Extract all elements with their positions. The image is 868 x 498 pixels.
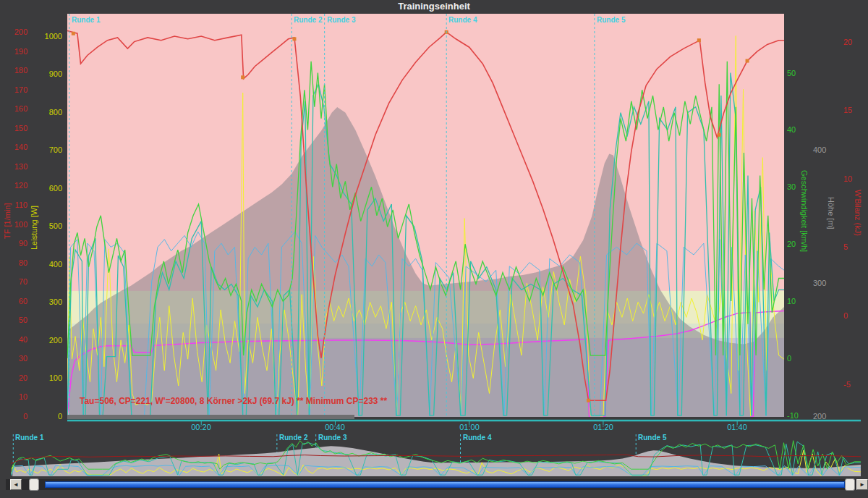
tf-tick-label: 80	[4, 258, 27, 267]
tf-tick-label: 170	[4, 85, 27, 94]
tf-tick-label: 50	[4, 316, 27, 324]
pw-tick-label: 600	[36, 184, 62, 193]
al-tick-label: 400	[813, 145, 838, 154]
tf-tick-label: 190	[4, 47, 27, 56]
round-label-main-2: Runde 2	[294, 16, 322, 24]
koerner-marker-5	[587, 399, 590, 402]
sp-tick-label: 20	[787, 240, 809, 248]
sp-tick-label: 40	[787, 125, 809, 134]
round-label-main-3: Runde 3	[327, 16, 355, 24]
tf-tick-label: 40	[4, 335, 27, 344]
tf-tick-label: 200	[4, 28, 27, 36]
scroll-left-button[interactable]: ◄	[10, 479, 22, 490]
time-tick-label: 01:00	[459, 423, 480, 431]
time-tick-label: 01:40	[727, 423, 747, 431]
al-tick-label: 200	[813, 412, 838, 421]
koerner-marker-7	[718, 133, 721, 137]
tf-tick-label: 90	[4, 239, 27, 248]
tf-tick-label: 60	[4, 297, 27, 305]
koerner-marker-1	[72, 32, 75, 35]
pw-tick-label: 300	[36, 297, 62, 306]
pw-tick-label: 700	[36, 145, 62, 154]
koerner-marker-8	[746, 59, 749, 63]
sp-tick-label: 0	[787, 354, 809, 363]
round-label-mini-4: Runde 4	[463, 434, 491, 442]
training-analysis-window: { "window": { "title": "Trainingseinheit…	[0, 0, 868, 498]
page-title: Trainingseinheit	[0, 1, 868, 12]
scroll-handle-right[interactable]	[845, 478, 855, 491]
pw-tick-label: 400	[36, 260, 62, 269]
al-tick-label: 300	[813, 279, 838, 287]
round-label-main-5: Runde 5	[597, 16, 625, 24]
koerner-marker-3	[292, 37, 296, 41]
tf-tick-label: 140	[4, 143, 27, 151]
tf-tick-label: 70	[4, 277, 27, 286]
pw-tick-label: 100	[36, 374, 62, 382]
wb-tick-label: 0	[843, 311, 864, 320]
tf-tick-label: 150	[4, 124, 27, 132]
tf-tick-label: 180	[4, 66, 27, 75]
tf-tick-label: 110	[4, 201, 27, 209]
pw-tick-label: 1000	[36, 32, 62, 41]
round-label-main-4: Runde 4	[448, 16, 477, 24]
tf-tick-label: 10	[4, 392, 27, 401]
pw-tick-label: 900	[36, 69, 62, 78]
round-label-mini-5: Runde 5	[638, 434, 666, 442]
wb-tick-label: 20	[843, 38, 864, 46]
time-tick-label: 00:20	[191, 423, 211, 431]
round-label-main-1: Runde 1	[72, 16, 100, 24]
tf-tick-label: 130	[4, 162, 27, 171]
round-label-mini-3: Runde 3	[318, 434, 346, 442]
tf-tick-label: 120	[4, 181, 27, 190]
pw-tick-label: 200	[36, 336, 62, 345]
scroll-right-button[interactable]: ►	[856, 479, 868, 490]
time-tick-label: 01:20	[593, 423, 613, 431]
tf-tick-label: 30	[4, 354, 27, 363]
pw-tick-label: 800	[36, 108, 62, 117]
wb-tick-label: 5	[843, 242, 864, 251]
scrollbar-range-bar[interactable]	[45, 481, 845, 488]
axis-title-wbal: W'Bilanz (kJ)	[854, 190, 862, 236]
pw-tick-label: 500	[36, 221, 62, 230]
model-annotation: Tau=506, CP=221, W'=20800, 8 Körner >2kJ…	[80, 396, 387, 406]
time-tick-label: 00:40	[325, 423, 345, 431]
tf-tick-label: 160	[4, 104, 27, 113]
tf-tick-label: 100	[4, 220, 27, 229]
tf-tick-label: 0	[4, 412, 27, 421]
scroll-handle-left[interactable]	[29, 478, 39, 491]
axis-baseline-shade	[67, 415, 354, 419]
tf-tick-label: 20	[4, 374, 27, 382]
sp-tick-label: 30	[787, 182, 809, 191]
wb-tick-label: -5	[843, 380, 864, 389]
wb-tick-label: 15	[843, 106, 864, 114]
sp-tick-label: 50	[787, 69, 809, 77]
wb-tick-label: 10	[843, 174, 864, 183]
round-label-mini-1: Runde 1	[15, 434, 43, 442]
pw-tick-label: 0	[36, 412, 62, 421]
sp-tick-label: 10	[787, 297, 809, 305]
sp-tick-label: -10	[787, 411, 809, 420]
axis-title-altitude: Höhe [m]	[827, 197, 835, 229]
koerner-marker-2	[241, 75, 244, 79]
koerner-marker-6	[697, 38, 701, 42]
round-label-mini-2: Runde 2	[279, 434, 307, 442]
